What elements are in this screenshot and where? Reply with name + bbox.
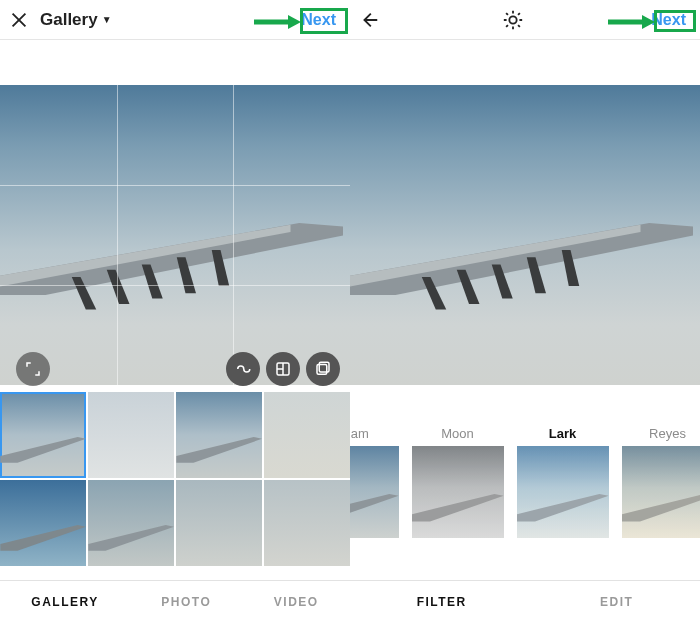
back-icon[interactable] <box>358 9 380 31</box>
screen-filter: Next gham Moon Lark <box>350 0 700 622</box>
gallery-thumb[interactable] <box>264 392 350 478</box>
gallery-thumb[interactable] <box>88 480 174 566</box>
screen-photo-picker: Gallery ▼ Next <box>0 0 350 622</box>
filter-strip[interactable]: gham Moon Lark Reyes <box>350 420 700 550</box>
filtered-photo-preview <box>350 85 700 385</box>
gallery-thumb[interactable] <box>176 480 262 566</box>
grid-line <box>0 185 350 186</box>
svg-marker-13 <box>88 525 174 551</box>
filter-thumb <box>622 446 701 538</box>
filter-label: Moon <box>441 420 474 446</box>
grid-line <box>117 85 118 385</box>
selected-photo-preview <box>0 85 350 385</box>
svg-marker-23 <box>412 494 504 522</box>
top-bar-right: Next <box>350 0 700 40</box>
top-bar-left: Gallery ▼ Next <box>0 0 350 40</box>
tab-gallery[interactable]: GALLERY <box>31 595 98 609</box>
bottom-tabs-left: GALLERY PHOTO VIDEO <box>0 580 350 622</box>
gallery-dropdown-label: Gallery <box>40 10 98 30</box>
filter-item-moon[interactable]: Moon <box>410 420 505 550</box>
filter-item-lark[interactable]: Lark <box>515 420 610 550</box>
svg-marker-15 <box>350 223 693 295</box>
svg-marker-12 <box>0 525 86 551</box>
gallery-thumb[interactable] <box>88 392 174 478</box>
tab-photo[interactable]: PHOTO <box>161 595 211 609</box>
layout-collage-button[interactable] <box>266 352 300 386</box>
tab-edit[interactable]: EDIT <box>600 595 633 609</box>
gallery-thumb[interactable] <box>0 480 86 566</box>
boomerang-button[interactable] <box>226 352 260 386</box>
grid-line <box>233 85 234 385</box>
filter-item-gingham[interactable]: gham <box>350 420 400 550</box>
gallery-thumb[interactable] <box>264 480 350 566</box>
next-button[interactable]: Next <box>645 8 692 32</box>
bottom-tabs-right: FILTER EDIT <box>350 580 700 622</box>
gallery-thumb[interactable] <box>176 392 262 478</box>
svg-rect-9 <box>317 365 327 375</box>
tab-filter[interactable]: FILTER <box>417 595 467 609</box>
filter-label: Reyes <box>649 420 686 446</box>
grid-line <box>0 285 350 286</box>
gallery-dropdown[interactable]: Gallery ▼ <box>40 10 112 30</box>
close-icon[interactable] <box>8 9 30 31</box>
filter-canvas[interactable] <box>350 85 700 385</box>
gallery-thumb[interactable] <box>0 392 86 478</box>
canvas-controls <box>0 345 350 393</box>
lux-brightness-icon[interactable] <box>502 9 524 31</box>
filter-thumb <box>350 446 399 538</box>
filter-item-reyes[interactable]: Reyes <box>620 420 700 550</box>
filter-thumb <box>412 446 504 538</box>
wing-illustration <box>0 223 343 331</box>
filter-label: Lark <box>549 420 576 446</box>
wing-illustration <box>350 223 693 331</box>
tab-video[interactable]: VIDEO <box>274 595 319 609</box>
svg-point-14 <box>509 16 516 23</box>
next-button[interactable]: Next <box>295 8 342 32</box>
chevron-down-icon: ▼ <box>102 14 112 25</box>
svg-marker-22 <box>350 494 398 522</box>
multi-select-button[interactable] <box>306 352 340 386</box>
expand-crop-button[interactable] <box>16 352 50 386</box>
svg-marker-25 <box>622 494 700 522</box>
gallery-grid <box>0 392 350 580</box>
svg-marker-10 <box>0 437 86 463</box>
filter-thumb <box>517 446 609 538</box>
filter-label: gham <box>350 420 369 446</box>
crop-canvas[interactable] <box>0 85 350 385</box>
svg-rect-8 <box>319 362 329 372</box>
svg-marker-11 <box>176 437 262 463</box>
svg-marker-24 <box>517 494 609 522</box>
